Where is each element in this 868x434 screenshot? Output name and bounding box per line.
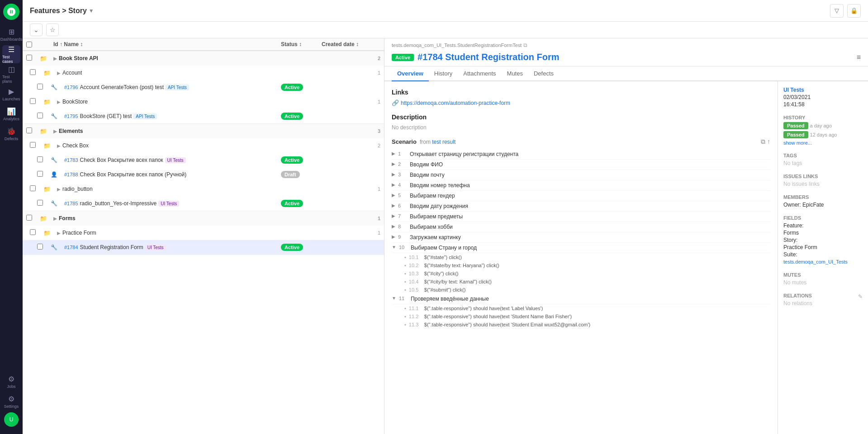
test-id: #1784 [417, 52, 443, 62]
test-row-1788[interactable]: 👤 #1788 Check Box Раскрытие всех папок (… [23, 167, 384, 182]
group-row-checkbox[interactable]: 📁 ▶ Check Box 2 [23, 138, 384, 153]
checkbox-1784[interactable] [37, 244, 43, 250]
step-chevron[interactable]: ▶ [392, 213, 395, 218]
status-badge-1796: Active [281, 84, 303, 91]
checkbox-1795[interactable] [37, 113, 43, 118]
checkbox-1785[interactable] [37, 200, 43, 206]
checkbox-practice-form-group[interactable] [30, 229, 36, 235]
scenario-section: Scenario from test result ⧉ ↑ [392, 138, 770, 329]
star-button[interactable]: ☆ [46, 24, 59, 36]
chevron-icon[interactable]: ▶ [57, 71, 61, 75]
select-all-checkbox[interactable] [26, 42, 32, 47]
history-label: History [783, 115, 863, 120]
sidebar-item-analytics[interactable]: 📊 Analytics [2, 105, 20, 123]
sidebar-item-jobs[interactable]: ⚙ Jobs [2, 373, 20, 391]
test-type-icon: 🔧 [51, 84, 64, 90]
relations-edit-icon[interactable]: ✎ [858, 293, 863, 300]
chevron-icon[interactable]: ▶ [57, 143, 61, 148]
step-chevron[interactable]: ▶ [392, 193, 395, 198]
sub-step-10-1: • 10.1 $("#state") click() [392, 253, 770, 261]
group-row-radio-button[interactable]: 📁 ▶ radio_button 1 [23, 182, 384, 196]
history-passed-badge-1: Passed [783, 122, 808, 129]
folder-icon: 📁 [43, 186, 57, 193]
step-chevron[interactable]: ▼ [392, 245, 396, 250]
sidebar-item-test-cases[interactable]: ☰ Test cases [2, 45, 20, 63]
sidebar-item-launches[interactable]: ▶ Launches [2, 85, 20, 103]
checkbox-book-store-api[interactable] [26, 55, 32, 61]
more-menu-button[interactable]: ≡ [857, 53, 861, 61]
checkbox-checkbox-group[interactable] [30, 142, 36, 148]
step-chevron[interactable]: ▶ [392, 203, 395, 208]
show-more-history[interactable]: show more... [783, 140, 863, 146]
step-chevron[interactable]: ▶ [392, 224, 395, 229]
test-row-1795[interactable]: 🔧 #1795 BookStore (GET) test API Tests A… [23, 109, 384, 123]
group-row-practice-form[interactable]: 📁 ▶ Practice Form 1 [23, 226, 384, 240]
step-chevron[interactable]: ▶ [392, 151, 395, 156]
tab-defects[interactable]: Defects [528, 66, 559, 81]
tab-overview[interactable]: Overview [392, 66, 429, 81]
title-chevron-icon[interactable]: ▼ [89, 8, 94, 14]
type-header [40, 41, 53, 47]
expand-scenario-icon[interactable]: ↑ [767, 138, 770, 146]
ui-tests-badge: UI Tests [158, 201, 179, 207]
chevron-icon[interactable]: ▶ [57, 231, 61, 236]
status-header[interactable]: Status ↕ [281, 41, 322, 47]
step-chevron[interactable]: ▶ [392, 234, 395, 239]
sidebar-item-test-plans[interactable]: ◫ Test plans [2, 65, 20, 83]
copy-scenario-icon[interactable]: ⧉ [761, 138, 765, 146]
checkbox-header[interactable] [26, 41, 40, 47]
suite-link[interactable]: tests.demoqa_com_UI_Tests [783, 259, 848, 264]
group-row-forms[interactable]: 📁 ▶ Forms 1 [23, 211, 384, 226]
sidebar-item-defects[interactable]: 🐞 Defects [2, 125, 20, 143]
group-row-account[interactable]: 📁 ▶ Account 1 [23, 66, 384, 80]
history-time-1: a day ago [810, 123, 832, 128]
chevron-icon[interactable]: ▶ [53, 56, 57, 61]
app-logo[interactable] [3, 4, 19, 20]
suite-time: 16:41:58 [783, 101, 863, 108]
content-area: Id ↑ Name ↕ Status ↕ Created date ↕ 📁 ▶ … [23, 38, 868, 434]
checkbox-radio-button-group[interactable] [30, 185, 36, 191]
sidebar-item-settings[interactable]: ⚙ Settings [2, 392, 20, 410]
name-header[interactable]: Id ↑ Name ↕ [53, 41, 281, 47]
test-row-1785[interactable]: 🔧 #1785 radio_button_Yes-or-Impressive U… [23, 196, 384, 211]
sidebar-item-dashboards[interactable]: ⊞ Dashboards [2, 25, 20, 43]
filter-button[interactable]: ▽ [830, 4, 844, 18]
test-row-1783[interactable]: 🔧 #1783 Check Box Раскрытие всех папок U… [23, 153, 384, 167]
test-result-link[interactable]: test result [432, 139, 455, 145]
lock-button[interactable]: 🔒 [847, 4, 861, 18]
chevron-icon[interactable]: ▶ [57, 187, 61, 192]
date-header[interactable]: Created date ↕ [322, 41, 380, 47]
checkbox-1783[interactable] [37, 156, 43, 162]
group-row-book-store-api[interactable]: 📁 ▶ Book Store API 2 [23, 51, 384, 66]
folder-icon: 📁 [40, 128, 53, 135]
test-row-1796[interactable]: 🔧 #1796 Account GenerateToken (post) tes… [23, 80, 384, 94]
scenario-step-5: ▶ 5 Выбираем гендер [392, 191, 770, 201]
collapse-button[interactable]: ⌄ [30, 24, 43, 36]
step-chevron[interactable]: ▼ [392, 296, 396, 301]
test-url-link[interactable]: https://demoqa.com/automation-practice-f… [401, 100, 510, 106]
group-row-bookstore[interactable]: 📁 ▶ BookStore 1 [23, 94, 384, 109]
suite-suite-value: tests.demoqa_com_UI_Tests [783, 259, 863, 265]
group-row-elements[interactable]: 📁 ▶ Elements 3 [23, 124, 384, 138]
checkbox-1788[interactable] [37, 171, 43, 177]
chevron-icon[interactable]: ▶ [57, 99, 61, 104]
suite-name[interactable]: UI Tests [783, 87, 863, 93]
checkbox-bookstore[interactable] [30, 98, 36, 104]
chevron-icon[interactable]: ▶ [53, 129, 57, 134]
tab-mutes[interactable]: Mutes [502, 66, 528, 81]
chevron-icon[interactable]: ▶ [53, 216, 57, 221]
tab-history[interactable]: History [429, 66, 458, 81]
step-chevron[interactable]: ▶ [392, 172, 395, 177]
checkbox-forms[interactable] [26, 215, 32, 221]
scenario-step-3: ▶ 3 Вводим почту [392, 170, 770, 180]
step-chevron[interactable]: ▶ [392, 182, 395, 187]
checkbox-account[interactable] [30, 69, 36, 75]
tab-attachments[interactable]: Attachments [458, 66, 501, 81]
test-row-1784[interactable]: 🔧 #1784 Student Registration Form UI Tes… [23, 240, 384, 255]
checkbox-elements[interactable] [26, 127, 32, 133]
step-chevron[interactable]: ▶ [392, 161, 395, 166]
checkbox-1796[interactable] [37, 84, 43, 90]
copy-icon[interactable]: ⧉ [523, 42, 527, 48]
sub-step-11-3: • 11.3 $(".table-responsive") should hav… [392, 321, 770, 329]
user-avatar[interactable]: U [4, 412, 19, 427]
